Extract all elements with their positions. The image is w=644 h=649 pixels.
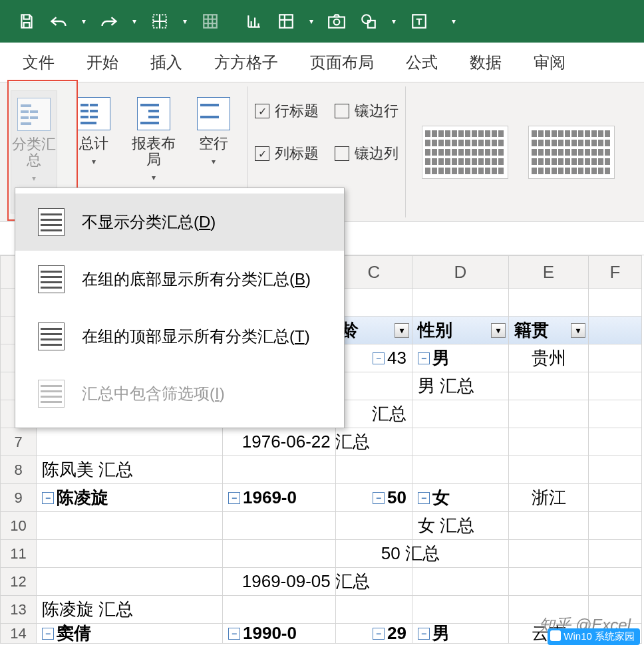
row-header[interactable]: 8 [0, 456, 37, 484]
save-button[interactable] [13, 8, 40, 35]
borders-dropdown[interactable]: ▾ [178, 17, 192, 26]
collapse-icon[interactable]: − [42, 628, 54, 640]
col-header-c[interactable]: C [336, 255, 412, 289]
column-headers-checkbox[interactable]: ✓列标题 [255, 144, 319, 164]
col-header-e[interactable]: E [509, 255, 589, 289]
chevron-down-icon: ▾ [212, 157, 216, 166]
collapse-icon[interactable]: − [42, 492, 54, 504]
redo-dropdown[interactable]: ▾ [128, 17, 141, 26]
table-row: 7 1976-06-22 汇总 [0, 428, 644, 456]
collapse-icon[interactable]: − [373, 352, 385, 364]
filter-dropdown-icon[interactable]: ▾ [491, 323, 506, 338]
row-header[interactable]: 14 [0, 624, 37, 644]
list-icon [38, 265, 65, 293]
fill-color-button[interactable] [197, 8, 224, 35]
banded-rows-checkbox[interactable]: 镶边行 [335, 101, 399, 121]
collapse-icon[interactable]: − [373, 628, 385, 640]
qat-customize-dropdown[interactable]: ▾ [447, 17, 460, 26]
list-icon [38, 323, 65, 350]
col-header-d[interactable]: D [412, 255, 509, 289]
blank-rows-icon [197, 97, 230, 130]
chevron-down-icon: ▾ [152, 173, 156, 182]
shapes-dropdown[interactable]: ▾ [387, 17, 401, 26]
field-header-origin[interactable]: 籍贯▾ [509, 317, 589, 344]
tab-ffgz[interactable]: 方方格子 [212, 48, 281, 77]
undo-dropdown[interactable]: ▾ [77, 17, 90, 26]
svg-rect-6 [368, 21, 375, 28]
quick-access-toolbar: ▾ ▾ ▾ ▾ ▾ ▾ [0, 0, 644, 43]
collapse-icon[interactable]: − [418, 628, 430, 640]
table-row: 11 50 汇总 [0, 540, 644, 568]
row-header[interactable]: 13 [0, 596, 37, 624]
menu-item-show-subtotals-top[interactable]: 在组的顶部显示所有分类汇总(T) [15, 308, 344, 365]
menu-item-include-filtered: 汇总中包含筛选项(I) [15, 365, 344, 422]
collapse-icon[interactable]: − [418, 352, 430, 364]
filter-list-icon [38, 380, 65, 408]
list-icon [38, 208, 65, 236]
filter-dropdown-icon[interactable]: ▾ [395, 323, 409, 338]
row-headers-checkbox[interactable]: ✓行标题 [255, 101, 319, 121]
tab-review[interactable]: 审阅 [531, 48, 568, 77]
tab-insert[interactable]: 插入 [148, 48, 185, 77]
redo-button[interactable] [96, 8, 122, 35]
tab-home[interactable]: 开始 [84, 48, 121, 77]
tab-data[interactable]: 数据 [467, 48, 504, 77]
style-thumb-1[interactable] [422, 126, 508, 179]
report-layout-icon [137, 97, 170, 130]
grandtotals-icon [77, 97, 110, 130]
camera-button[interactable] [323, 8, 350, 35]
row-header[interactable]: 12 [0, 568, 37, 596]
chevron-down-icon: ▾ [32, 174, 36, 183]
table-row: 9 −陈凌旋 −1969-0 −50 −女 浙江 [0, 484, 644, 512]
tab-formula[interactable]: 公式 [403, 48, 440, 77]
row-header[interactable]: 10 [0, 512, 37, 540]
tab-file[interactable]: 文件 [20, 48, 57, 77]
borders-button[interactable] [146, 8, 173, 35]
row-header[interactable]: 11 [0, 540, 37, 568]
table-styles-gallery[interactable] [406, 82, 631, 221]
svg-rect-2 [279, 15, 293, 28]
ribbon-tabs: 文件 开始 插入 方方格子 页面布局 公式 数据 审阅 [0, 43, 644, 82]
svg-rect-1 [204, 15, 217, 28]
table-row: 8 陈凤美 汇总 [0, 456, 644, 484]
field-header-age[interactable]: 龄▾ [336, 317, 412, 344]
collapse-icon[interactable]: − [373, 492, 385, 504]
textbox-button[interactable] [406, 8, 432, 35]
table-row: 10 女 汇总 [0, 512, 644, 540]
row-header[interactable]: 9 [0, 484, 37, 512]
undo-button[interactable] [45, 8, 72, 35]
filter-dropdown-icon[interactable]: ▾ [571, 323, 585, 338]
col-header-f[interactable]: F [589, 255, 642, 289]
banded-columns-checkbox[interactable]: 镶边列 [335, 144, 399, 164]
pivot-button[interactable] [273, 8, 299, 35]
table-row: 13 陈凌旋 汇总 [0, 596, 644, 624]
menu-item-show-subtotals-bottom[interactable]: 在组的底部显示所有分类汇总(B) [15, 251, 344, 308]
svg-point-5 [362, 15, 371, 23]
collapse-icon[interactable]: − [228, 628, 240, 640]
row-header[interactable]: 7 [0, 428, 37, 456]
chart-button[interactable] [241, 8, 267, 35]
tab-layout[interactable]: 页面布局 [307, 48, 377, 77]
table-row: 12 1969-09-05 汇总 [0, 568, 644, 596]
table-row: 14 −窦倩 −1990-0 −29 −男 云南 [0, 624, 644, 644]
collapse-icon[interactable]: − [228, 492, 240, 504]
subtotals-icon [17, 98, 51, 131]
chevron-down-icon: ▾ [92, 157, 96, 166]
pivot-dropdown[interactable]: ▾ [305, 17, 318, 26]
style-thumb-2[interactable] [528, 126, 615, 179]
subtotals-dropdown-menu: 不显示分类汇总(D) 在组的底部显示所有分类汇总(B) 在组的顶部显示所有分类汇… [15, 188, 345, 428]
field-header-sex[interactable]: 性别▾ [412, 317, 509, 344]
collapse-icon[interactable]: − [418, 492, 430, 504]
shapes-button[interactable] [355, 8, 382, 35]
menu-item-do-not-show-subtotals[interactable]: 不显示分类汇总(D) [15, 194, 344, 251]
svg-point-4 [334, 19, 340, 25]
